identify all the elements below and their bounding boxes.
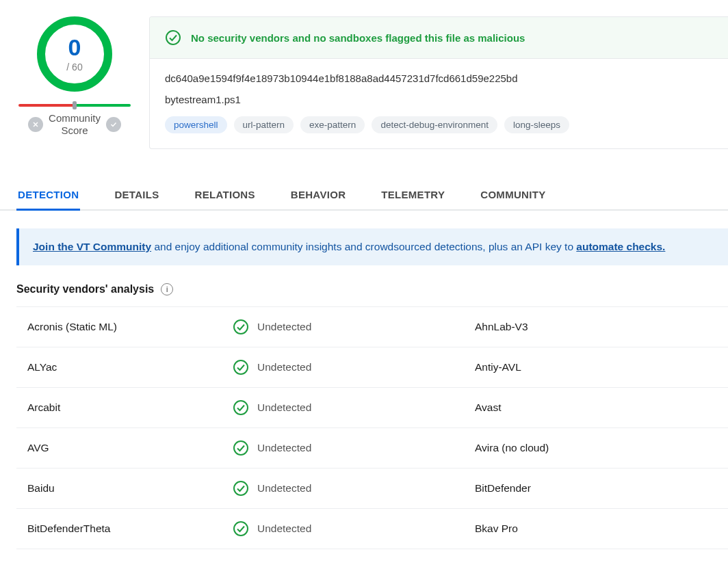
vendor-status: Undetected: [233, 359, 475, 375]
tag-exe-pattern[interactable]: exe-pattern: [300, 116, 365, 133]
tab-community[interactable]: COMMUNITY: [479, 179, 547, 211]
tag-list: powershellurl-patternexe-patterndetect-d…: [165, 116, 713, 133]
close-icon[interactable]: [28, 117, 43, 132]
info-icon[interactable]: i: [161, 283, 173, 295]
tag-url-pattern[interactable]: url-pattern: [234, 116, 294, 133]
vendor-row: Acronis (Static ML)UndetectedAhnLab-V3: [16, 307, 728, 347]
tag-powershell[interactable]: powershell: [165, 116, 227, 133]
score-value: 0: [68, 36, 81, 59]
score-denominator: / 60: [66, 62, 82, 72]
check-icon: [233, 480, 249, 497]
vendor-name-left: Baidu: [27, 482, 233, 495]
vendor-name-right: AhnLab-V3: [475, 321, 717, 333]
vendor-status: Undetected: [233, 480, 475, 497]
vendor-row: BaiduUndetectedBitDefender: [16, 469, 728, 509]
vendor-status: Undetected: [233, 440, 475, 456]
file-name: bytestream1.ps1: [165, 94, 713, 105]
check-icon: [233, 399, 249, 416]
vendor-name-right: Avast: [475, 401, 717, 414]
svg-point-4: [234, 441, 248, 455]
vendor-name-right: Bkav Pro: [475, 523, 717, 535]
vendor-status: Undetected: [233, 319, 475, 335]
svg-point-0: [166, 31, 180, 44]
status-label: Undetected: [257, 442, 311, 454]
tag-detect-debug-environment[interactable]: detect-debug-environment: [372, 116, 497, 133]
tab-relations[interactable]: RELATIONS: [194, 179, 257, 211]
svg-point-1: [234, 320, 248, 334]
community-score-label: Community Score: [49, 112, 101, 137]
clean-banner: No security vendors and no sandboxes fla…: [150, 17, 728, 59]
vendor-name-left: BitDefenderTheta: [27, 523, 233, 535]
vendor-status: Undetected: [233, 520, 475, 537]
join-banner: Join the VT Community and enjoy addition…: [16, 228, 728, 265]
vendors-heading-row: Security vendors' analysis i: [0, 283, 728, 306]
status-label: Undetected: [257, 482, 311, 495]
tag-long-sleeps[interactable]: long-sleeps: [504, 116, 569, 133]
check-icon: [233, 319, 249, 335]
tab-details[interactable]: DETAILS: [113, 179, 160, 211]
automate-checks-link[interactable]: automate checks.: [576, 241, 665, 252]
check-icon: [233, 440, 249, 456]
check-icon: [233, 359, 249, 375]
tab-detection[interactable]: DETECTION: [16, 179, 80, 211]
vendor-name-left: Acronis (Static ML): [27, 321, 233, 333]
vendor-name-right: Avira (no cloud): [475, 442, 717, 454]
score-ring: 0 / 60: [37, 16, 112, 92]
vendor-name-right: BitDefender: [475, 482, 717, 495]
status-label: Undetected: [257, 401, 311, 414]
status-label: Undetected: [257, 361, 311, 373]
svg-point-6: [234, 522, 248, 536]
banner-text: No security vendors and no sandboxes fla…: [191, 32, 525, 44]
vendor-name-left: Arcabit: [27, 401, 233, 414]
status-label: Undetected: [257, 523, 311, 535]
vendor-name-left: AVG: [27, 442, 233, 454]
vendors-table: Acronis (Static ML)UndetectedAhnLab-V3AL…: [16, 306, 728, 549]
check-icon: [165, 29, 181, 46]
vendor-row: AVGUndetectedAvira (no cloud): [16, 428, 728, 469]
svg-point-2: [234, 360, 248, 374]
svg-point-3: [234, 401, 248, 414]
file-hash: dc640a9e1594f9f4e18973b10944e1bf8188a8ad…: [165, 72, 713, 84]
check-icon: [233, 520, 249, 537]
vendor-name-left: ALYac: [27, 361, 233, 373]
score-widget: 0 / 60 Community Score: [16, 16, 133, 149]
community-gauge: [18, 104, 131, 107]
tab-telemetry[interactable]: TELEMETRY: [380, 179, 446, 211]
status-label: Undetected: [257, 321, 311, 333]
vendor-row: ArcabitUndetectedAvast: [16, 388, 728, 428]
vendors-heading: Security vendors' analysis: [16, 283, 154, 295]
join-mid-text: and enjoy additional community insights …: [151, 241, 576, 252]
vendor-row: ALYacUndetectedAntiy-AVL: [16, 347, 728, 388]
vendor-status: Undetected: [233, 399, 475, 416]
join-community-link[interactable]: Join the VT Community: [33, 241, 151, 252]
gauge-knob: [73, 101, 77, 109]
tab-behavior[interactable]: BEHAVIOR: [289, 179, 347, 211]
vendor-name-right: Antiy-AVL: [475, 361, 717, 373]
summary-panel: No security vendors and no sandboxes fla…: [149, 16, 728, 149]
tab-bar: DETECTIONDETAILSRELATIONSBEHAVIORTELEMET…: [0, 179, 728, 211]
check-icon[interactable]: [106, 117, 121, 132]
vendor-row: BitDefenderThetaUndetectedBkav Pro: [16, 509, 728, 549]
svg-point-5: [234, 482, 248, 495]
